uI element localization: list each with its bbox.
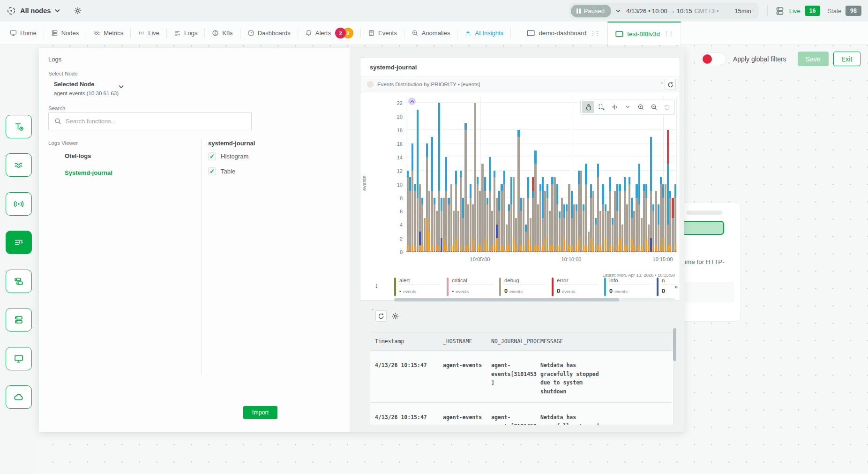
histogram-bar[interactable] — [645, 184, 647, 252]
histogram-bar[interactable] — [599, 211, 601, 252]
tab-home[interactable]: Home — [3, 22, 44, 45]
box-select-icon[interactable] — [595, 101, 607, 113]
live-label[interactable]: Live — [789, 8, 801, 15]
histogram-bar[interactable] — [566, 204, 568, 252]
chevron-down-icon[interactable] — [55, 9, 60, 13]
histogram-bar[interactable] — [496, 198, 498, 252]
sidebar-chat-button[interactable] — [6, 270, 32, 293]
histogram-bar[interactable] — [665, 184, 666, 252]
import-button[interactable]: Import — [243, 406, 277, 419]
zoom-in-icon[interactable] — [635, 101, 647, 113]
histogram-bar[interactable] — [453, 211, 455, 252]
histogram-bar[interactable] — [590, 184, 592, 252]
histogram-bar[interactable] — [441, 198, 442, 252]
sidebar-cloud-button[interactable] — [6, 385, 32, 409]
histogram-bar[interactable] — [515, 218, 517, 252]
histogram-bar[interactable] — [585, 164, 587, 252]
histogram-bar[interactable] — [580, 171, 582, 252]
histogram-bar[interactable] — [525, 225, 527, 252]
histogram-bar[interactable] — [494, 171, 495, 252]
table-option[interactable]: ✓ Table — [208, 167, 235, 175]
histogram-option[interactable]: ✓ Histogram — [208, 152, 248, 160]
histogram-bar[interactable] — [595, 218, 597, 252]
histogram-bar[interactable] — [489, 157, 491, 252]
histogram-bar[interactable] — [532, 177, 534, 252]
histogram-bar[interactable] — [450, 184, 452, 252]
histogram-bar[interactable] — [481, 164, 483, 252]
histogram-bar[interactable] — [539, 184, 541, 252]
tab-dashboards[interactable]: Dashboards — [240, 22, 298, 45]
histogram-bar[interactable] — [472, 204, 474, 252]
histogram-bar[interactable] — [527, 177, 529, 252]
histogram-bar[interactable] — [542, 177, 544, 252]
scrollbar-thumb[interactable] — [673, 328, 676, 361]
scrollbar-thumb[interactable] — [394, 298, 619, 301]
anomaly-icon[interactable] — [408, 98, 416, 105]
histogram-bar[interactable] — [652, 204, 654, 252]
histogram-bar[interactable] — [534, 150, 536, 252]
tab-metrics[interactable]: Metrics — [86, 22, 130, 45]
histogram-bar[interactable] — [597, 164, 599, 252]
apply-global-filters-toggle[interactable] — [701, 53, 726, 65]
chevron-down-icon[interactable] — [621, 101, 634, 113]
background-green-button[interactable] — [681, 221, 724, 235]
histogram-bar[interactable] — [556, 184, 558, 252]
gear-icon[interactable] — [391, 312, 399, 320]
histogram-bar[interactable] — [568, 184, 570, 252]
chevron-down-icon[interactable] — [616, 9, 621, 13]
histogram-bar[interactable] — [621, 225, 623, 252]
legend-item-info[interactable]: info0events — [604, 278, 657, 297]
histogram-bar[interactable] — [578, 171, 580, 252]
time-range-picker[interactable]: Paused 4/13/26 • 10:00 → 10:15 GMT+3 • 1… — [569, 3, 759, 19]
tab-anomalies[interactable]: Anomalies — [404, 22, 457, 45]
stale-label[interactable]: Stale — [827, 8, 841, 15]
histogram-bar[interactable] — [498, 191, 500, 252]
histogram-bar[interactable] — [467, 204, 469, 252]
drag-handle-icon[interactable]: ⋮⋮ — [664, 30, 673, 37]
table-row[interactable]: 4/13/26 10:15:47agent-eventsagent-events… — [370, 403, 676, 425]
histogram-bar[interactable] — [626, 204, 628, 252]
histogram-bar[interactable] — [551, 177, 553, 252]
histogram-bar[interactable] — [428, 191, 430, 252]
column-header[interactable]: ND_JOURNAL_PROCI — [491, 338, 540, 345]
histogram-bar[interactable] — [491, 211, 493, 252]
histogram-bar[interactable] — [561, 198, 563, 252]
histogram-bar[interactable] — [629, 177, 630, 252]
histogram-bar[interactable] — [537, 204, 539, 252]
histogram-bar[interactable] — [576, 204, 577, 252]
histogram-bar[interactable] — [484, 177, 486, 252]
histogram-bar[interactable] — [520, 198, 522, 252]
histogram-bar[interactable] — [419, 184, 421, 252]
tab-events[interactable]: Events — [361, 22, 404, 45]
table-scrollbar[interactable] — [673, 326, 676, 425]
histogram-bar[interactable] — [662, 184, 664, 252]
histogram-bar[interactable] — [605, 204, 606, 252]
histogram-bar[interactable] — [407, 171, 409, 252]
histogram-bar[interactable] — [486, 198, 488, 252]
histogram-bar[interactable] — [554, 177, 556, 252]
histogram-bar[interactable] — [424, 218, 426, 252]
histogram-bar[interactable] — [616, 184, 618, 252]
node-scope-selector[interactable]: All nodes — [20, 7, 51, 15]
histogram-bar[interactable] — [672, 198, 673, 252]
legend-item-debug[interactable]: debug0events — [499, 278, 552, 297]
histogram-bar[interactable] — [412, 143, 413, 252]
histogram-bar[interactable] — [549, 211, 551, 252]
histogram-bar[interactable] — [523, 198, 524, 252]
reset-zoom-icon[interactable] — [661, 101, 673, 113]
checkbox-checked-icon[interactable]: ✓ — [208, 152, 216, 160]
column-header[interactable]: _HOSTNAME — [443, 338, 491, 345]
histogram-bar[interactable] — [660, 177, 662, 252]
histogram-bar[interactable] — [508, 204, 510, 252]
table-row[interactable]: 4/13/26 10:15:47agent-eventsagent-events… — [370, 351, 676, 403]
gear-icon[interactable] — [74, 7, 82, 15]
histogram-bar[interactable] — [546, 184, 548, 252]
histogram-bar[interactable] — [650, 137, 652, 252]
histogram-bar[interactable] — [431, 137, 433, 252]
histogram-bar[interactable] — [506, 225, 508, 252]
histogram-bar[interactable] — [612, 218, 614, 252]
legend-item-critical[interactable]: critical-events — [447, 278, 499, 297]
sidebar-logs-button[interactable] — [6, 231, 32, 254]
histogram-bar[interactable] — [573, 204, 575, 252]
drag-handle-icon[interactable]: ⋮⋮ — [590, 30, 599, 37]
